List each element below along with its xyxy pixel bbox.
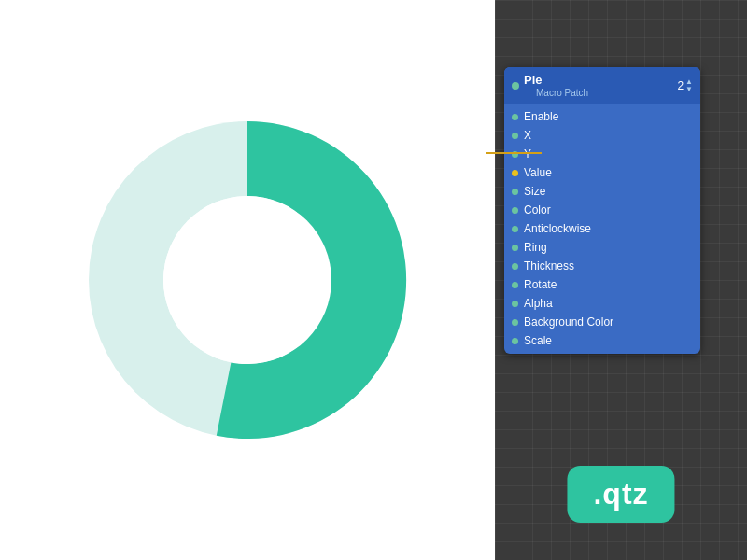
counter-arrows[interactable]: ▲ ▼ — [685, 78, 693, 93]
macro-card-body: EnableXYValueSizeColorAnticlockwiseRingT… — [504, 104, 700, 354]
macro-card[interactable]: Pie Macro Patch 2 ▲ ▼ EnableXYValueSizeC… — [504, 67, 700, 354]
row-label-size: Size — [524, 185, 545, 198]
macro-row-value[interactable]: Value — [504, 163, 700, 182]
row-dot-background-color — [512, 319, 518, 326]
row-dot-value — [512, 170, 518, 176]
left-panel — [0, 0, 495, 560]
row-label-y: Y — [524, 147, 531, 161]
macro-row-x[interactable]: X — [504, 126, 700, 145]
row-dot-ring — [512, 245, 518, 251]
row-dot-color — [512, 207, 518, 214]
row-label-ring: Ring — [524, 241, 547, 254]
connector-line — [486, 152, 542, 154]
macro-row-color[interactable]: Color — [504, 201, 700, 219]
macro-row-enable[interactable]: Enable — [504, 107, 700, 126]
row-dot-size — [512, 189, 518, 195]
macro-card-counter[interactable]: 2 ▲ ▼ — [677, 78, 693, 93]
macro-row-ring[interactable]: Ring — [504, 238, 700, 257]
header-dot — [512, 82, 519, 90]
row-label-rotate: Rotate — [524, 278, 557, 291]
row-dot-scale — [512, 338, 518, 344]
pie-inner-hole — [163, 196, 331, 364]
macro-card-title-group: Pie Macro Patch — [524, 73, 588, 98]
row-label-thickness: Thickness — [524, 259, 574, 273]
row-dot-alpha — [512, 301, 518, 307]
qtz-text: .qtz — [593, 477, 648, 511]
row-dot-rotate — [512, 282, 518, 288]
row-dot-thickness — [512, 263, 518, 270]
macro-row-y[interactable]: Y — [504, 145, 700, 163]
macro-card-header: Pie Macro Patch 2 ▲ ▼ — [504, 67, 700, 104]
macro-row-background-color[interactable]: Background Color — [504, 313, 700, 331]
row-label-scale: Scale — [524, 334, 552, 347]
row-label-x: X — [524, 129, 531, 142]
macro-card-header-left: Pie Macro Patch — [512, 73, 588, 98]
row-dot-x — [512, 133, 518, 139]
right-panel: Pie Macro Patch 2 ▲ ▼ EnableXYValueSizeC… — [495, 0, 747, 560]
row-label-enable: Enable — [524, 110, 558, 123]
row-label-anticlockwise: Anticlockwise — [524, 222, 591, 235]
macro-row-thickness[interactable]: Thickness — [504, 257, 700, 275]
macro-card-subtitle: Macro Patch — [524, 88, 588, 98]
down-arrow: ▼ — [685, 86, 693, 93]
counter-value: 2 — [677, 79, 684, 92]
row-label-value: Value — [524, 166, 552, 179]
macro-card-title: Pie — [524, 73, 588, 87]
macro-row-alpha[interactable]: Alpha — [504, 294, 700, 313]
pie-chart — [70, 103, 425, 457]
row-dot-enable — [512, 114, 518, 120]
row-label-alpha: Alpha — [524, 297, 553, 310]
row-dot-anticlockwise — [512, 226, 518, 232]
qtz-badge: .qtz — [567, 466, 674, 523]
row-label-color: Color — [524, 203, 551, 217]
macro-row-anticlockwise[interactable]: Anticlockwise — [504, 219, 700, 238]
macro-row-scale[interactable]: Scale — [504, 331, 700, 350]
macro-row-size[interactable]: Size — [504, 182, 700, 201]
macro-row-rotate[interactable]: Rotate — [504, 275, 700, 294]
pie-chart-container — [70, 103, 425, 457]
row-label-background-color: Background Color — [524, 315, 613, 329]
